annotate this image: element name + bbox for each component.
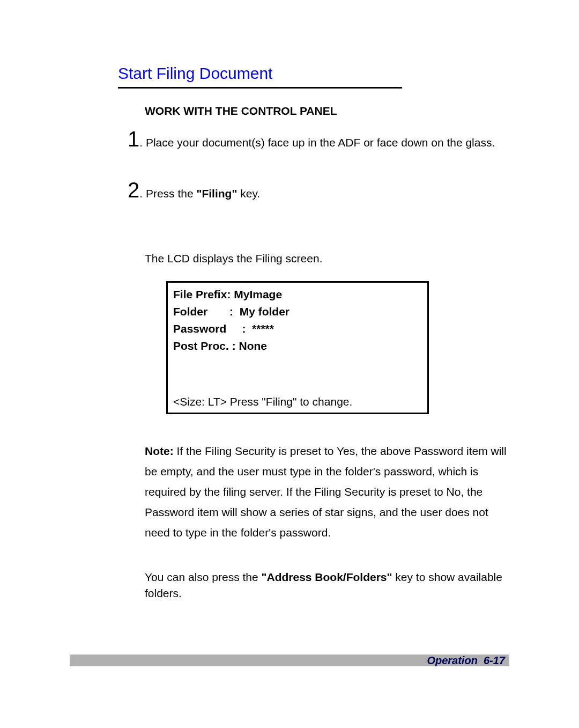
step-1-text: Place your document(s) face up in the AD… (146, 136, 495, 149)
lcd-password: Password : ***** (173, 322, 422, 335)
step-2: 2. Press the "Filing" key. (145, 178, 509, 202)
lcd-post-proc: Post Proc. : None (173, 340, 422, 352)
lcd-folder: Folder : My folder (173, 305, 422, 318)
lcd-screen: File Prefix: MyImage Folder : My folder … (166, 281, 429, 414)
lcd-status-line: <Size: LT> Press "Filing" to change. (173, 395, 422, 408)
note-prefix: Note: (145, 445, 174, 457)
step-2-text: Press the "Filing" key. (146, 187, 260, 200)
section-title: Start Filing Document (118, 64, 509, 83)
step-1-number: 1. (128, 127, 143, 151)
lcd-intro: The LCD displays the Filing screen. (145, 251, 509, 266)
footer-text: Operation 6-17 (427, 655, 505, 666)
address-book-paragraph: You can also press the "Address Book/Fol… (145, 569, 509, 601)
title-rule (118, 87, 402, 89)
step-2-number: 2. (128, 178, 143, 202)
note: Note: If the Filing Security is preset t… (145, 441, 509, 542)
footer-bar: Operation 6-17 (70, 655, 509, 666)
step-1: 1. Place your document(s) face up in the… (145, 127, 509, 151)
lcd-file-prefix: File Prefix: MyImage (173, 288, 422, 301)
note-body: If the Filing Security is preset to Yes,… (145, 445, 507, 538)
subheading: WORK WITH THE CONTROL PANEL (145, 105, 509, 117)
